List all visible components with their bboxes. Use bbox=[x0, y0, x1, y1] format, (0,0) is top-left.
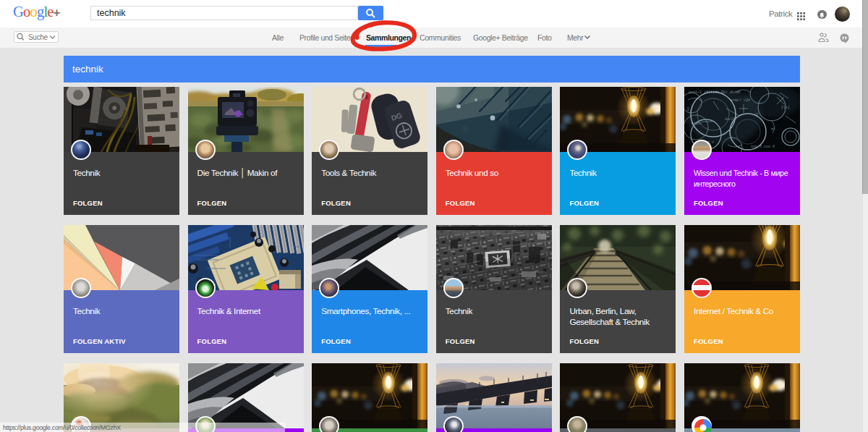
svg-text:π²: π² bbox=[771, 127, 775, 132]
svg-text:e=mc² √2π: e=mc² √2π bbox=[731, 98, 750, 103]
svg-text:Suche: Suche bbox=[28, 33, 48, 41]
svg-text:∂u/∂t: ∂u/∂t bbox=[725, 117, 736, 122]
svg-text:∆x=λ/2 ∫f(t)dt Σk² dx/dt: ∆x=λ/2 ∫f(t)dt Σk² dx/dt bbox=[689, 90, 741, 95]
svg-text:ƒ(x): ƒ(x) bbox=[781, 106, 790, 110]
svg-text:sin θ cos θ: sin θ cos θ bbox=[751, 145, 775, 149]
svg-text:∑: ∑ bbox=[687, 107, 689, 111]
svg-text:φ=2πr: φ=2πr bbox=[692, 122, 702, 126]
svg-text:√2: √2 bbox=[754, 112, 758, 117]
